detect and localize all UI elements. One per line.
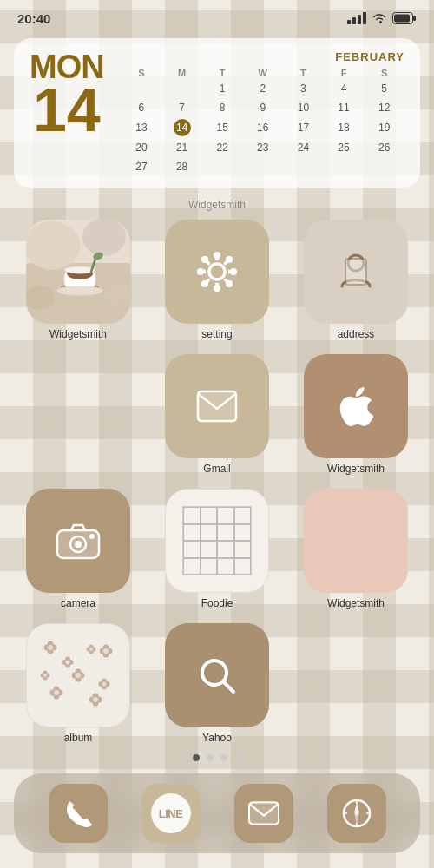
wifi-icon: [372, 12, 387, 24]
svg-point-31: [89, 534, 95, 539]
cal-header-t2: T: [283, 67, 324, 79]
svg-point-86: [43, 674, 47, 677]
dock-line[interactable]: LINE: [141, 784, 201, 843]
app-item-album[interactable]: album: [14, 623, 142, 744]
widgetsmith-photo-icon: [26, 220, 130, 324]
page-dots: [0, 754, 434, 761]
svg-point-56: [54, 690, 59, 695]
status-bar: 20:40: [0, 0, 434, 31]
svg-point-20: [230, 268, 237, 275]
calendar-day-left: MON 14: [30, 50, 104, 141]
cal-row: 12 34 5: [122, 79, 404, 98]
app-item-setting[interactable]: setting: [153, 220, 281, 340]
svg-rect-2: [394, 15, 410, 23]
page-dot-2: [207, 754, 214, 761]
app-label-widgetsmith: Widgetsmith: [49, 328, 107, 340]
page-dot-1: [193, 754, 200, 761]
app-label-album: album: [64, 732, 93, 744]
calendar-month: FEBRUARY: [122, 50, 404, 63]
app-label-address: address: [338, 328, 375, 340]
svg-point-74: [89, 648, 93, 651]
signal-bars-icon: [347, 12, 366, 24]
cal-header-w: W: [242, 67, 283, 79]
cal-header-s2: S: [364, 67, 404, 79]
foodie-icon: [165, 489, 269, 593]
cal-header-t1: T: [202, 67, 243, 79]
app-item-camera[interactable]: camera: [14, 489, 142, 609]
appstore-icon: [304, 354, 408, 458]
svg-point-21: [201, 256, 208, 263]
page-dot-4: [234, 754, 241, 761]
svg-point-16: [209, 264, 225, 279]
svg-point-23: [226, 256, 233, 263]
calendar-widget: MON 14 FEBRUARY S M T W T F S: [14, 38, 420, 188]
svg-point-80: [102, 682, 107, 687]
app-item-widgetsmith[interactable]: Widgetsmith: [14, 220, 142, 340]
app-label-yahoo: Yahoo: [202, 732, 232, 744]
app-label-appstore: Widgetsmith: [327, 463, 385, 475]
dock-safari[interactable]: [327, 784, 386, 843]
svg-point-44: [76, 673, 81, 678]
svg-point-5: [26, 221, 80, 270]
cal-row: 2021 2223 2425 26: [122, 138, 404, 157]
app-label-camera: camera: [61, 597, 95, 609]
cal-row: 13 14 1516 1718 19: [122, 117, 404, 138]
app-item-address[interactable]: address: [292, 220, 420, 340]
status-icons: [347, 12, 417, 24]
svg-point-50: [103, 648, 108, 654]
cal-row: 67 89 1011 12: [122, 98, 404, 117]
svg-point-11: [57, 286, 102, 295]
svg-point-22: [226, 280, 233, 287]
album-icon: [26, 623, 130, 727]
svg-point-15: [104, 283, 130, 304]
svg-rect-27: [198, 391, 236, 421]
screen: 20:40 MON: [0, 0, 434, 868]
calendar-day-number: 14: [33, 80, 101, 141]
cal-header-s1: S: [122, 67, 162, 79]
status-time: 20:40: [17, 11, 50, 26]
cal-header-m: M: [161, 67, 202, 79]
svg-point-19: [197, 268, 204, 275]
svg-line-88: [223, 681, 233, 692]
widgetsmith-section-label: Widgetsmith: [0, 199, 434, 211]
svg-point-62: [93, 697, 98, 702]
settings-icon: [165, 220, 269, 324]
svg-rect-89: [248, 802, 278, 824]
calendar-today: 14: [174, 119, 191, 136]
app-item-appstore[interactable]: Widgetsmith: [292, 354, 420, 475]
svg-point-38: [48, 645, 53, 650]
battery-icon: [392, 12, 417, 24]
calendar-grid: FEBRUARY S M T W T F S 1: [122, 50, 404, 176]
app-label-gmail: Gmail: [203, 463, 230, 475]
svg-point-30: [75, 541, 82, 548]
calendar-table: S M T W T F S 12 34 5: [122, 67, 404, 176]
app-item-widgetsmith-large[interactable]: Widgetsmith: [292, 489, 420, 609]
cal-row: 2728: [122, 157, 404, 176]
app-item-gmail[interactable]: Gmail: [153, 354, 281, 475]
dock: LINE: [14, 773, 420, 853]
widgetsmith-large-icon: [304, 489, 408, 593]
foodie-grid-pattern: [182, 506, 252, 575]
app-grid: Widgetsmith: [0, 220, 434, 744]
app-item-yahoo[interactable]: Yahoo: [153, 623, 281, 744]
svg-point-6: [82, 220, 126, 256]
svg-point-24: [201, 280, 208, 287]
camera-icon: [26, 489, 130, 593]
cal-header-f: F: [324, 67, 365, 79]
app-label-widgetsmith-large: Widgetsmith: [327, 597, 385, 609]
gmail-icon: [165, 354, 269, 458]
dock-phone[interactable]: [49, 784, 108, 843]
line-text: LINE: [159, 807, 183, 820]
page-dot-3: [220, 754, 227, 761]
address-icon: [304, 220, 408, 324]
dock-mail[interactable]: [234, 784, 293, 843]
yahoo-icon: [165, 623, 269, 727]
app-label-setting: setting: [201, 328, 232, 340]
app-label-foodie: Foodie: [201, 597, 233, 609]
svg-point-68: [66, 661, 70, 665]
svg-rect-1: [413, 16, 416, 21]
svg-rect-26: [345, 259, 366, 285]
svg-point-17: [214, 252, 220, 259]
svg-point-18: [214, 285, 220, 292]
app-item-foodie[interactable]: Foodie: [153, 489, 281, 609]
